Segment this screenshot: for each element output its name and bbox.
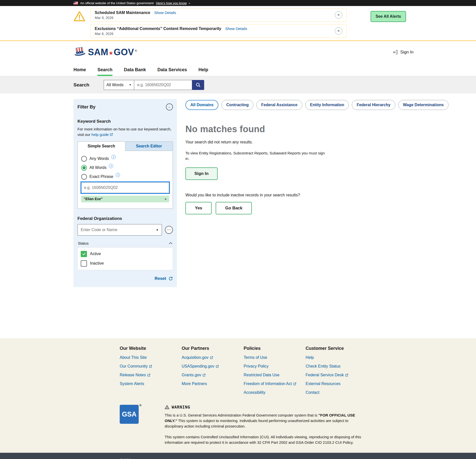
footer-link[interactable]: USASpending.gov [182,364,244,369]
domain-tab-federal-hierarchy[interactable]: Federal Hierarchy [352,100,395,110]
footer-link[interactable]: About This Site [120,355,182,360]
info-icon[interactable]: i [116,173,120,177]
footer-link[interactable]: Help [306,355,368,360]
footer-link[interactable]: Our Community [120,364,182,369]
alert-close-button[interactable]: × [335,11,342,19]
footer-link[interactable]: Privacy Policy [244,364,306,369]
radio-button-selected[interactable] [81,165,87,171]
search-bar: Search All Words ▼ [0,76,476,93]
footer-link-label: Contact [306,390,319,395]
footer-link[interactable]: External Resources [306,382,368,386]
site-header: SAM★GOV® Sign In [0,41,476,63]
check-icon [82,252,86,256]
gsa-logo: GSA ® [120,405,139,424]
site-footer: Our Website About This Site Our Communit… [0,338,476,453]
warning-icon [73,11,85,22]
footer-link-label: External Resources [306,382,341,386]
top-hat-icon [73,47,86,58]
nav-item-data-bank[interactable]: Data Bank [124,63,146,76]
info-icon[interactable]: i [111,155,116,159]
chip-remove-button[interactable]: × [164,197,167,201]
footer-link[interactable]: Check Entity Status [306,364,368,369]
header-sign-in-link[interactable]: Sign In [393,49,414,55]
info-icon[interactable]: i [109,164,113,168]
see-all-alerts-button[interactable]: See All Alerts [371,11,406,22]
footer-heading: Customer Service [306,346,368,351]
status-accordion-header[interactable]: Status [77,240,173,247]
gsa-logo-text: GSA [122,411,137,418]
external-link-icon [149,365,152,368]
official-site-text: An official website of the United States… [80,1,154,5]
alert-date: Mar 9, 2026 [95,16,335,20]
domain-tab-federal-assistance[interactable]: Federal Assistance [256,100,302,110]
footer-link-label: More Partners [182,382,207,386]
domain-tab-all-domains[interactable]: All Domains [185,100,218,110]
show-details-link[interactable]: Show Details [154,10,176,15]
search-icon [195,82,201,88]
footer-link-label: Release Notes [120,373,146,377]
sam-logo[interactable]: SAM★GOV® [73,47,137,58]
org-select[interactable]: Enter Code or Name ▼ [77,224,162,236]
more-options-button[interactable]: ··· [165,226,173,234]
help-guide-link[interactable]: help guide [91,132,113,137]
alert-item: Exclusions “Additional Comments” Content… [90,24,347,38]
footer-link[interactable]: Restricted Data Use [244,373,306,377]
footer-link[interactable]: More Partners [182,382,244,386]
footer-link[interactable]: System Alerts [120,382,182,386]
checkbox-checked[interactable] [81,251,87,257]
radio-button[interactable] [81,174,87,180]
sign-in-label: Sign In [400,50,414,55]
search-input[interactable] [134,80,192,90]
footer-link-label: Accessibility [244,390,265,395]
footer-link[interactable]: Terms of Use [244,355,306,360]
nav-item-search[interactable]: Search [97,63,112,76]
yes-button[interactable]: Yes [185,202,212,214]
radio-button[interactable] [81,156,87,162]
registered-mark: ® [135,49,137,52]
footer-link[interactable]: Accessibility [244,390,306,395]
footer-link[interactable]: Acquisition.gov [182,355,244,360]
nav-item-data-services[interactable]: Data Services [157,63,187,76]
close-icon: × [337,13,340,17]
domain-tab-entity-information[interactable]: Entity Information [305,100,349,110]
results-sign-in-button[interactable]: Sign In [185,167,218,180]
domain-tab-wage-determinations[interactable]: Wage Determinations [398,100,449,110]
footer-column-our-website: Our Website About This Site Our Communit… [120,346,182,395]
footer-link[interactable]: Freedom of Information Act [244,382,306,386]
tab-search-editor-label: Search Editor [136,144,162,148]
us-flag-icon [73,1,78,4]
collapse-panel-button[interactable]: − [166,103,173,110]
alert-item: Scheduled SAM Maintenance Show Details M… [90,8,347,22]
warning-paragraph: This system contains Controlled Unclassi… [165,434,362,445]
show-details-link[interactable]: Show Details [225,26,247,31]
go-back-button[interactable]: Go Back [216,202,252,214]
how-you-know-link[interactable]: Here's how you know [156,1,187,5]
external-link-icon [345,374,348,377]
search-mode-select[interactable]: All Words ▼ [104,80,134,90]
keyword-input[interactable] [81,182,169,193]
help-guide-label: help guide [91,132,109,137]
checkbox-label: Inactive [90,261,104,266]
radio-label: All Words [89,165,106,170]
status-heading: Status [78,241,89,245]
search-label: Search [73,82,104,88]
warning-triangle-icon [165,405,169,409]
footer-link[interactable]: Federal Service Desk [306,373,368,377]
footer-link[interactable]: Release Notes [120,373,182,377]
radio-row-any-words: Any Words i [81,156,169,162]
status-option-inactive: Inactive [81,260,170,267]
alert-close-button[interactable]: × [335,27,342,35]
footer-column-policies: Policies Terms of Use Privacy Policy Res… [244,346,306,395]
nav-item-help[interactable]: Help [198,63,208,76]
search-submit-button[interactable] [192,80,204,90]
footer-link[interactable]: Grants.gov [182,373,244,377]
tab-search-editor[interactable]: Search Editor [125,141,173,151]
nav-item-home[interactable]: Home [73,63,86,76]
tab-simple-search[interactable]: Simple Search [77,141,125,151]
checkbox-unchecked[interactable] [81,260,87,267]
chip-label: "Elian Exe" [84,197,103,201]
reset-filters-link[interactable]: Reset [155,276,166,281]
footer-link[interactable]: Contact [306,390,368,395]
domain-tab-contracting[interactable]: Contracting [221,100,253,110]
minus-icon: − [168,105,171,109]
